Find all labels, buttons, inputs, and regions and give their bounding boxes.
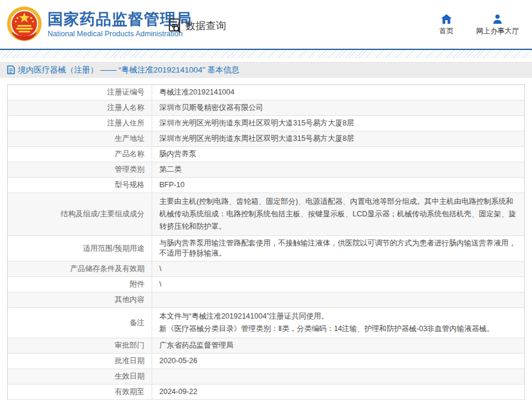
row-value: 深圳市贝斯曼精密仪器有限公司	[152, 100, 524, 115]
nav-service-hall-label: 网上办事大厅	[476, 26, 519, 36]
table-row: 注册人住所深圳市光明区光明街道东周社区双明大道315号易方大厦8层	[8, 116, 524, 131]
data-query-tab[interactable]: 数据查询	[167, 18, 226, 33]
gap	[0, 78, 532, 84]
page-title: 境内医疗器械（注册） —— “粤械注准20192141004” 基本信息	[18, 65, 240, 75]
top-navigation: 首页 网上办事大厅	[439, 14, 519, 36]
row-value: 深圳市光明区光明街道东周社区双明大道315号易方大厦8层	[152, 116, 524, 131]
row-label: 其他内容	[8, 292, 152, 307]
row-label: 生效日期	[8, 369, 152, 384]
table-row: 审批部门广东省药品监督管理局	[8, 338, 524, 354]
row-label: 产品储存条件及有效期	[8, 262, 152, 276]
table-row: 适用范围/预期用途与肠内营养泵用输注管路配套使用，不接触输注液体，供医院以可调节…	[8, 236, 524, 262]
row-value	[152, 292, 524, 307]
row-label: 有效期至	[8, 385, 152, 399]
table-row: 管理类别第二类	[8, 162, 524, 178]
nav-service-hall[interactable]: 网上办事大厅	[476, 14, 519, 36]
stripe-band	[0, 50, 532, 58]
table-row: 附件\	[8, 277, 524, 292]
row-label: 型号规格	[8, 178, 152, 193]
row-value: \	[152, 277, 524, 292]
row-label: 注册人住所	[8, 116, 152, 131]
row-label: 批准日期	[8, 354, 152, 368]
table-row: 产品储存条件及有效期\	[8, 262, 524, 277]
national-emblem-icon	[6, 5, 43, 42]
nav-home[interactable]: 首页	[439, 14, 454, 36]
row-value: 2020-05-26	[152, 354, 524, 368]
table-row: 注册人名称深圳市贝斯曼精密仪器有限公司	[8, 100, 524, 116]
breadcrumb: 境内医疗器械（注册） —— “粤械注准20192141004” 基本信息	[0, 62, 532, 78]
table-row: 结构及组成/主要组成成分主要由主机(控制电路、齿轮箱、固定部分)、电源适配器、内…	[8, 193, 524, 236]
row-label: 备注	[8, 308, 152, 338]
data-query-label: 数据查询	[185, 19, 226, 33]
document-search-icon	[167, 18, 182, 33]
row-label: 附件	[8, 277, 152, 292]
table-row: 其他内容	[8, 292, 524, 308]
row-label: 注册证编号	[8, 85, 152, 100]
table-row: 注册证编号粤械注准20192141004	[8, 85, 524, 100]
page-doc-icon	[7, 65, 15, 74]
registration-info-table: 注册证编号粤械注准20192141004 注册人名称深圳市贝斯曼精密仪器有限公司…	[7, 84, 525, 400]
row-value: 肠内营养泵	[152, 147, 524, 162]
row-value: \	[152, 262, 524, 276]
page-header: 国家药品监督管理局 National Medical Products Admi…	[0, 0, 532, 49]
nav-home-label: 首页	[439, 26, 454, 36]
row-value: 第二类	[152, 162, 524, 177]
site-logo[interactable]: 国家药品监督管理局 National Medical Products Admi…	[6, 5, 192, 42]
home-icon	[441, 14, 452, 24]
table-row: 有效期至2024-09-22	[8, 385, 524, 400]
table-row: 生效日期	[8, 369, 524, 385]
table-row: 型号规格BFP-10	[8, 178, 524, 193]
row-value: 与肠内营养泵用输注管路配套使用，不接触输注液体，供医院以可调节的方式为患者进行肠…	[152, 236, 524, 261]
row-label: 适用范围/预期用途	[8, 236, 152, 261]
row-value: 粤械注准20192141004	[152, 85, 524, 100]
table-row: 批准日期2020-05-26	[8, 354, 524, 369]
row-label: 结构及组成/主要组成成分	[8, 193, 152, 235]
row-value: 2024-09-22	[152, 385, 524, 399]
table-row: 生产地址深圳市光明区光明街道东周社区双明大道315号易方大厦8层	[8, 131, 524, 147]
row-value	[152, 369, 524, 384]
row-label: 审批部门	[8, 338, 152, 353]
user-icon	[492, 14, 503, 24]
row-label: 产品名称	[8, 147, 152, 162]
row-value: 本文件与“粤械注准20192141004”注册证共同使用。 新《医疗器械分类目录…	[152, 308, 524, 338]
row-value: 深圳市光明区光明街道东周社区双明大道315号易方大厦8层	[152, 131, 524, 146]
row-value: 广东省药品监督管理局	[152, 338, 524, 353]
table-row: 备注本文件与“粤械注准20192141004”注册证共同使用。 新《医疗器械分类…	[8, 308, 524, 338]
row-label: 注册人名称	[8, 100, 152, 115]
row-value: 主要由主机(控制电路、齿轮箱、固定部分)、电源适配器、内置电池等部分组成。其中主…	[152, 193, 524, 235]
table-row: 产品名称肠内营养泵	[8, 147, 524, 162]
row-label: 管理类别	[8, 162, 152, 177]
row-value: BFP-10	[152, 178, 524, 193]
row-label: 生产地址	[8, 131, 152, 146]
